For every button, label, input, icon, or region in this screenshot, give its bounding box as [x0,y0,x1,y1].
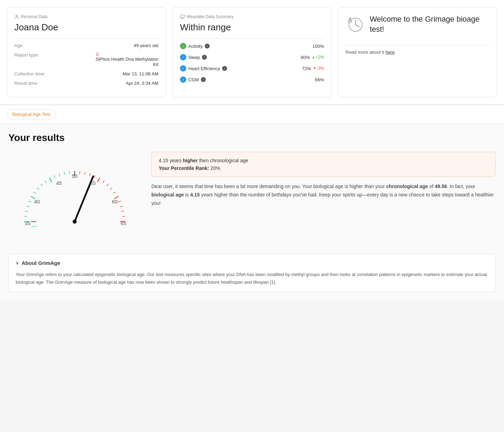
svg-line-20 [27,206,29,207]
cgm-value: 66% [315,77,324,82]
svg-line-27 [50,178,52,182]
tab-bar: Biological Age Test [0,105,504,124]
direction-label: higher [183,158,198,163]
collection-label: Collection time: [14,71,45,76]
heart-label: Heart Efficiency [188,66,220,71]
metric-activity-left: ✓ Activity i [180,43,210,49]
svg-point-0 [16,15,18,17]
gauge-label-45: 45 [56,180,62,186]
patient-name: Joana Doe [14,22,158,33]
wearable-status: Within range [180,22,324,33]
svg-marker-7 [313,56,315,58]
gender-icon [96,52,99,57]
desc-bio-age: biological age [151,192,184,198]
about-header[interactable]: ∨ About GrimAge [16,260,488,266]
top-section: Personal Data Joana Doe Age: 49 years ol… [0,0,504,105]
report-value: SiPhox Health Dna Methylation Kit [96,52,158,67]
activity-info-icon[interactable]: i [205,44,210,49]
svg-line-29 [59,173,60,176]
dna-clock-icon [346,14,366,35]
welcome-title: Welcome to the Grimage bioage test! [370,14,490,34]
gauge-label-65: 65 [121,220,127,226]
gauge-wrapper: 35 40 45 50 55 60 65 [8,152,141,244]
person-icon [14,14,19,19]
result-row: Result time: Apr 24, 3:34 AM [14,81,158,86]
svg-line-22 [31,196,35,199]
metric-heart: ✓ Heart Efficiency i 72% -2% [180,65,324,72]
svg-line-24 [37,188,39,189]
gauge-label-60: 60 [112,199,118,204]
main-content: Your results 35 40 45 50 55 [0,124,504,300]
metric-sleep: ✓ Sleep i 80% +2% [180,54,324,60]
age-row: Age: 49 years old [14,43,158,48]
collection-row: Collection time: Mar 13, 11:08 AM [14,71,158,76]
svg-line-31 [69,171,70,174]
svg-line-39 [107,184,108,186]
desc-chron-age: chronological age [386,184,428,189]
svg-line-30 [64,172,65,175]
metric-activity-right: 100% [313,44,324,49]
collection-value: Mar 13, 11:08 AM [122,71,158,76]
sleep-check: ✓ [180,54,186,60]
svg-line-25 [41,184,43,186]
metric-heart-left: ✓ Heart Efficiency i [180,65,227,72]
sleep-badge-value: +2% [316,55,324,60]
gauge-svg: 35 40 45 50 55 60 65 [8,152,141,243]
about-body: Your GrimAge refers to your calculated e… [16,271,488,286]
svg-line-45 [121,211,124,212]
metric-sleep-left: ✓ Sleep i [180,54,207,60]
desc-chron-value: 49.56 [435,184,447,189]
svg-line-40 [110,188,112,189]
about-title: About GrimAge [22,260,60,266]
heart-value: 72% [302,66,311,71]
svg-line-44 [120,206,123,207]
percentile-value: 20% [210,165,220,171]
svg-line-16 [31,225,37,228]
result-info: 4.15 years higher then chronological age… [151,152,496,207]
sleep-badge: +2% [312,55,324,60]
metric-cgm-left: ✓ CGM i [180,76,206,83]
years-diff: 4.15 [159,158,168,163]
welcome-card: Welcome to the Grimage bioage test! Read… [338,7,497,97]
heart-badge-value: -2% [317,66,324,71]
report-label: Report type: [14,52,39,58]
age-value: 49 years old [134,43,158,48]
description-text: Dear user, it seems that time has been a… [151,183,496,207]
gauge-label-40: 40 [34,199,40,204]
report-row: Report type: SiPhox Health Dna Methylati… [14,52,158,67]
wearable-data-label: Wearable Data Summary [180,14,324,19]
svg-line-28 [54,176,55,178]
gauge-needle [75,176,93,222]
metric-activity: ✓ Activity i 100% [180,43,324,49]
comparison-text: then chronological age [199,158,248,163]
biological-age-tab[interactable]: Biological Age Test [7,109,55,119]
metric-heart-right: 72% -2% [302,66,324,71]
percentile-label: Your Percentile Rank: [159,165,209,171]
svg-line-23 [34,192,36,194]
result-value: Apr 24, 3:34 AM [126,81,158,86]
svg-line-43 [118,201,121,202]
svg-line-35 [89,173,90,176]
personal-data-card: Personal Data Joana Doe Age: 49 years ol… [7,7,166,97]
activity-value: 100% [313,44,324,49]
heart-info-icon[interactable]: i [222,66,227,71]
wearable-data-card: Wearable Data Summary Within range ✓ Act… [173,7,331,97]
activity-check: ✓ [180,43,186,49]
svg-line-21 [29,201,31,202]
svg-line-46 [122,216,125,217]
desc-diff: 4.15 [190,192,200,198]
svg-line-19 [25,211,28,212]
svg-line-41 [113,192,115,194]
result-label: Result time: [14,81,38,86]
welcome-link-suffix: . [394,50,396,55]
sleep-info-icon[interactable]: i [202,55,207,60]
welcome-link[interactable]: here [385,50,394,55]
alert-text: 4.15 years higher then chronological age [159,158,488,163]
chevron-icon: ∨ [16,261,19,266]
metric-sleep-right: 80% +2% [301,55,324,60]
cgm-info-icon[interactable]: i [201,77,206,82]
percentile-text: Your Percentile Rank: 20% [159,165,488,171]
chart-icon [180,14,185,19]
svg-line-34 [84,172,85,175]
metric-cgm-right: 66% [315,77,324,82]
